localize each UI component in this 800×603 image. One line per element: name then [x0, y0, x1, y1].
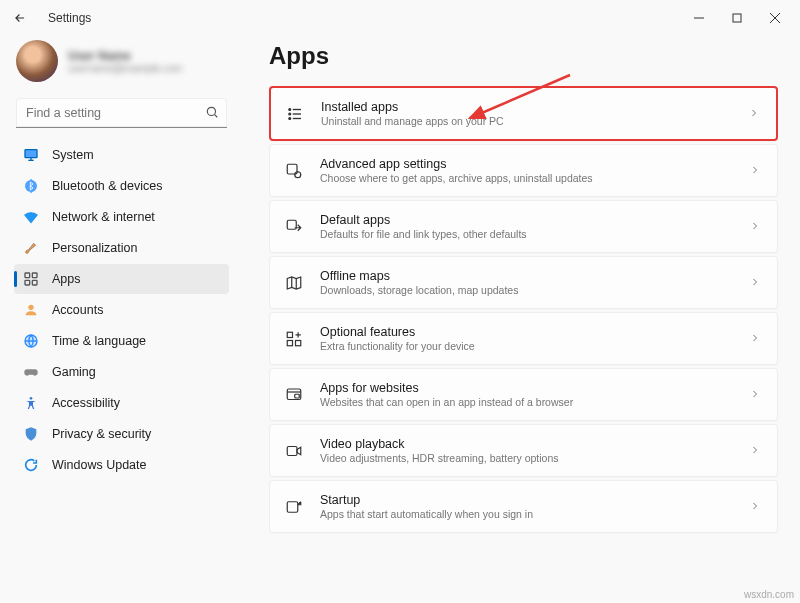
card-advanced-app-settings[interactable]: Advanced app settings Choose where to ge… [269, 144, 778, 197]
card-video-playback[interactable]: Video playback Video adjustments, HDR st… [269, 424, 778, 477]
profile-block[interactable]: User Name username@example.com [14, 36, 229, 96]
watermark: wsxdn.com [744, 589, 794, 600]
svg-rect-32 [295, 394, 300, 398]
titlebar: Settings [0, 0, 800, 36]
brush-icon [22, 239, 40, 257]
chevron-right-icon [748, 105, 760, 123]
card-startup[interactable]: Startup Apps that start automatically wh… [269, 480, 778, 533]
sidebar-item-gaming[interactable]: Gaming [14, 357, 229, 387]
back-button[interactable] [6, 4, 34, 32]
shield-icon [22, 425, 40, 443]
sidebar-item-network[interactable]: Network & internet [14, 202, 229, 232]
svg-point-18 [289, 108, 291, 110]
svg-rect-11 [25, 273, 30, 278]
card-title: Offline maps [320, 269, 749, 283]
card-installed-apps[interactable]: Installed apps Uninstall and manage apps… [269, 86, 778, 141]
window-title: Settings [48, 11, 91, 25]
card-list: Installed apps Uninstall and manage apps… [269, 86, 778, 533]
sidebar-item-label: Personalization [52, 241, 137, 255]
window-controls [680, 4, 794, 32]
page-title: Apps [269, 42, 778, 70]
card-subtitle: Websites that can open in an app instead… [320, 396, 749, 408]
sidebar-item-label: Network & internet [52, 210, 155, 224]
sidebar-item-privacy[interactable]: Privacy & security [14, 419, 229, 449]
card-title: Startup [320, 493, 749, 507]
svg-point-15 [28, 305, 33, 310]
sidebar-item-label: Time & language [52, 334, 146, 348]
svg-rect-12 [32, 273, 37, 278]
minimize-button[interactable] [680, 4, 718, 32]
svg-rect-27 [287, 332, 292, 337]
card-subtitle: Uninstall and manage apps on your PC [321, 115, 748, 127]
card-title: Installed apps [321, 100, 748, 114]
svg-rect-14 [32, 280, 37, 285]
svg-rect-6 [25, 150, 37, 158]
card-title: Advanced app settings [320, 157, 749, 171]
card-subtitle: Choose where to get apps, archive apps, … [320, 172, 749, 184]
sidebar-item-windows-update[interactable]: Windows Update [14, 450, 229, 480]
svg-rect-28 [287, 340, 292, 345]
close-button[interactable] [756, 4, 794, 32]
grid-plus-icon [284, 329, 304, 349]
sidebar-item-personalization[interactable]: Personalization [14, 233, 229, 263]
person-icon [22, 301, 40, 319]
chevron-right-icon [749, 386, 761, 404]
maximize-button[interactable] [718, 4, 756, 32]
main-panel: Apps Installed apps Uninstall and manage… [235, 36, 800, 603]
svg-point-25 [295, 171, 301, 177]
app-gear-icon [284, 161, 304, 181]
sidebar-item-accounts[interactable]: Accounts [14, 295, 229, 325]
card-title: Apps for websites [320, 381, 749, 395]
sidebar-item-label: System [52, 148, 94, 162]
svg-rect-1 [733, 14, 741, 22]
close-icon [770, 13, 780, 23]
chevron-right-icon [749, 498, 761, 516]
bluetooth-icon [22, 177, 40, 195]
avatar [16, 40, 58, 82]
sidebar-item-label: Apps [52, 272, 81, 286]
search-wrap [16, 98, 227, 128]
sidebar: User Name username@example.com System Bl… [0, 36, 235, 603]
card-apps-for-websites[interactable]: Apps for websites Websites that can open… [269, 368, 778, 421]
maximize-icon [732, 13, 742, 23]
card-subtitle: Video adjustments, HDR streaming, batter… [320, 452, 749, 464]
map-icon [284, 273, 304, 293]
chevron-right-icon [749, 442, 761, 460]
svg-line-5 [215, 115, 218, 118]
profile-name: User Name [68, 49, 182, 63]
sidebar-item-apps[interactable]: Apps [14, 264, 229, 294]
sidebar-item-accessibility[interactable]: Accessibility [14, 388, 229, 418]
accessibility-icon [22, 394, 40, 412]
card-title: Video playback [320, 437, 749, 451]
card-title: Default apps [320, 213, 749, 227]
card-default-apps[interactable]: Default apps Defaults for file and link … [269, 200, 778, 253]
video-icon [284, 441, 304, 461]
system-icon [22, 146, 40, 164]
sidebar-item-label: Gaming [52, 365, 96, 379]
sidebar-item-bluetooth[interactable]: Bluetooth & devices [14, 171, 229, 201]
sidebar-item-label: Windows Update [52, 458, 147, 472]
search-input[interactable] [16, 98, 227, 128]
website-app-icon [284, 385, 304, 405]
profile-email: username@example.com [68, 63, 182, 74]
sidebar-item-system[interactable]: System [14, 140, 229, 170]
default-apps-icon [284, 217, 304, 237]
svg-rect-34 [287, 501, 298, 512]
svg-rect-33 [287, 446, 297, 455]
sidebar-item-label: Bluetooth & devices [52, 179, 163, 193]
chevron-right-icon [749, 218, 761, 236]
chevron-right-icon [749, 330, 761, 348]
card-optional-features[interactable]: Optional features Extra functionality fo… [269, 312, 778, 365]
startup-icon [284, 497, 304, 517]
svg-point-17 [30, 397, 33, 400]
svg-point-22 [289, 117, 291, 119]
sidebar-item-label: Privacy & security [52, 427, 151, 441]
search-icon [205, 105, 219, 123]
sidebar-item-time-language[interactable]: Time & language [14, 326, 229, 356]
sidebar-item-label: Accounts [52, 303, 103, 317]
card-title: Optional features [320, 325, 749, 339]
nav-list: System Bluetooth & devices Network & int… [14, 140, 229, 480]
sidebar-item-label: Accessibility [52, 396, 120, 410]
card-subtitle: Downloads, storage location, map updates [320, 284, 749, 296]
card-offline-maps[interactable]: Offline maps Downloads, storage location… [269, 256, 778, 309]
